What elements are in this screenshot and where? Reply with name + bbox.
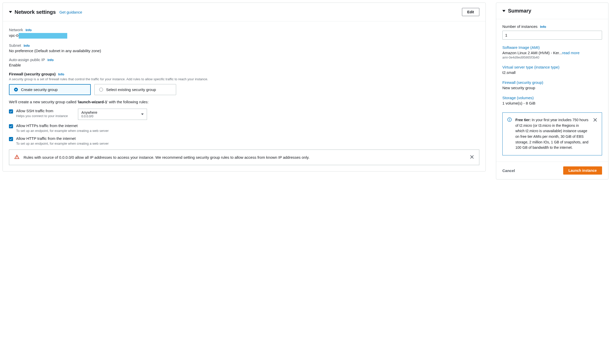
summary-header: Summary [496, 3, 608, 19]
check-icon [9, 125, 13, 128]
ssh-hint: Helps you connect to your instance [16, 114, 68, 118]
https-hint: To set up an endpoint, for example when … [16, 129, 109, 133]
subnet-field: Subnet Info No preference (Default subne… [9, 43, 479, 53]
chevron-down-icon [141, 113, 144, 115]
autoip-label: Auto-assign public IP [9, 58, 45, 62]
close-icon [593, 118, 597, 122]
close-warning-button[interactable] [470, 154, 474, 160]
radio-checked-icon [14, 88, 18, 92]
ami-link[interactable]: Software Image (AMI) [502, 45, 540, 50]
ssh-source-value: Anywhere [81, 110, 97, 115]
radio-unchecked-icon [99, 88, 103, 92]
ssh-rule: Allow SSH traffic from Helps you connect… [9, 109, 479, 120]
network-info-link[interactable]: Info [26, 28, 32, 32]
summary-footer: Cancel Launch instance [496, 162, 608, 179]
free-tier-bold: Free tier: [515, 118, 531, 122]
info-icon [507, 117, 512, 123]
num-instances-input[interactable] [502, 31, 602, 40]
ami-id: ami-0e4d9ed95865f3b40 [502, 55, 602, 59]
instance-type-value: t2.small [502, 70, 602, 75]
close-info-button[interactable] [593, 117, 597, 123]
warning-icon [14, 154, 19, 160]
sg-note: We'll create a new security group called… [9, 100, 479, 104]
storage-link[interactable]: Storage (volumes) [502, 96, 534, 100]
open-cidr-warning: Rules with source of 0.0.0.0/0 allow all… [9, 150, 479, 165]
create-sg-option[interactable]: Create security group [9, 84, 91, 95]
instance-type-link[interactable]: Virtual server type (instance type) [502, 65, 559, 69]
summary-title: Summary [508, 8, 531, 14]
firewall-summary-section: Firewall (security group) New security g… [502, 80, 602, 90]
autoip-info-link[interactable]: Info [48, 58, 54, 62]
firewall-info-link[interactable]: Info [58, 72, 64, 76]
autoip-value: Enable [9, 63, 479, 67]
firewall-field: Firewall (security groups) Info A securi… [9, 72, 479, 95]
firewall-summary-value: New security group [502, 86, 602, 90]
https-rule: Allow HTTPs traffic from the internet To… [9, 123, 479, 133]
network-label: Network [9, 28, 23, 32]
check-icon [9, 110, 13, 113]
select-sg-option[interactable]: Select existing security group [94, 84, 176, 95]
subnet-info-link[interactable]: Info [24, 44, 30, 48]
num-instances-label: Number of instances [502, 24, 538, 29]
vpc-redacted [19, 33, 67, 39]
ssh-source-select[interactable]: Anywhere 0.0.0.0/0 [78, 109, 147, 120]
storage-value: 1 volume(s) - 8 GiB [502, 101, 602, 105]
storage-section: Storage (volumes) 1 volume(s) - 8 GiB [502, 96, 602, 105]
subnet-label: Subnet [9, 43, 21, 48]
http-checkbox[interactable] [9, 137, 13, 141]
network-field: Network Info vpc-0c [9, 28, 479, 39]
ami-section: Software Image (AMI) Amazon Linux 2 AMI … [502, 45, 602, 59]
http-rule: Allow HTTP traffic from the internet To … [9, 136, 479, 145]
http-hint: To set up an endpoint, for example when … [16, 142, 109, 145]
firewall-summary-link[interactable]: Firewall (security group) [502, 80, 543, 85]
instance-type-section: Virtual server type (instance type) t2.s… [502, 65, 602, 75]
read-more-link[interactable]: read more [562, 51, 579, 55]
svg-point-1 [17, 158, 17, 158]
launch-instance-button[interactable]: Launch instance [563, 166, 602, 175]
ami-value: Amazon Linux 2 AMI (HVM) - Ker... [502, 51, 562, 55]
network-settings-panel: Network settings Get guidance Edit Netwo… [3, 3, 486, 172]
select-sg-label: Select existing security group [106, 87, 156, 92]
warning-text: Rules with source of 0.0.0.0/0 allow all… [24, 154, 466, 160]
cancel-button[interactable]: Cancel [502, 168, 515, 173]
ssh-checkbox[interactable] [9, 109, 13, 113]
firewall-label: Firewall (security groups) [9, 72, 56, 76]
edit-button[interactable]: Edit [462, 8, 479, 16]
sg-name: launch-wizard-1 [78, 100, 107, 104]
free-tier-info: Free tier: In your first year includes 7… [502, 112, 602, 155]
ssh-label: Allow SSH traffic from [16, 109, 68, 113]
close-icon [470, 155, 474, 159]
get-guidance-link[interactable]: Get guidance [59, 10, 82, 14]
https-checkbox[interactable] [9, 124, 13, 128]
https-label: Allow HTTPs traffic from the internet [16, 123, 109, 128]
caret-down-icon[interactable] [502, 10, 505, 12]
network-settings-header: Network settings Get guidance Edit [3, 3, 485, 21]
free-tier-text: In your first year includes 750 hours of… [515, 118, 589, 150]
autoip-field: Auto-assign public IP Info Enable [9, 58, 479, 67]
firewall-hint: A security group is a set of firewall ru… [9, 77, 479, 81]
num-instances-info-link[interactable]: Info [540, 25, 546, 29]
ssh-source-cidr: 0.0.0.0/0 [81, 115, 97, 118]
caret-down-icon[interactable] [9, 11, 12, 13]
subnet-value: No preference (Default subnet in any ava… [9, 49, 479, 53]
svg-point-3 [509, 118, 510, 119]
check-icon [9, 138, 13, 141]
summary-panel: Summary Number of instances Info Softwar… [496, 3, 608, 179]
network-settings-title: Network settings [15, 9, 56, 15]
http-label: Allow HTTP traffic from the internet [16, 136, 109, 141]
create-sg-label: Create security group [21, 87, 58, 92]
